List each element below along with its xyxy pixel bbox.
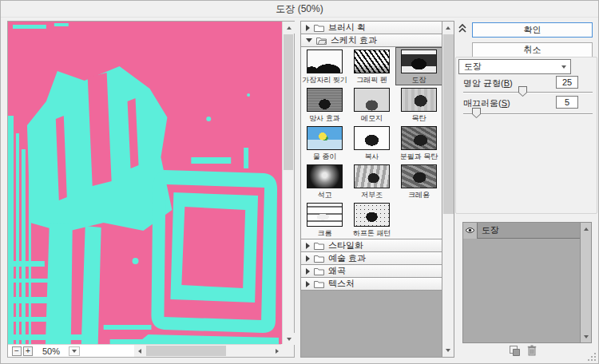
category-label: 스타일화 bbox=[328, 239, 363, 251]
category-distort[interactable]: 왜곡 bbox=[301, 265, 442, 278]
filter-item-note-paper[interactable]: 메모지 bbox=[348, 85, 395, 124]
delete-effect-layer-icon[interactable] bbox=[527, 345, 537, 356]
filter-thumbnail bbox=[354, 49, 390, 73]
zoom-level-value: 50% bbox=[35, 346, 67, 357]
horizontal-scroll-thumb[interactable] bbox=[146, 346, 226, 356]
effect-layer-row[interactable]: 도장 bbox=[463, 223, 580, 239]
filter-thumbnail bbox=[401, 164, 437, 188]
filter-item-bas-relief[interactable]: 저부조 bbox=[348, 162, 395, 200]
preview-vertical-scrollbar[interactable] bbox=[282, 22, 294, 345]
stamp-filter-image bbox=[8, 22, 282, 345]
filter-thumbnail bbox=[354, 126, 390, 150]
filter-thumbnail bbox=[307, 164, 343, 188]
category-texture[interactable]: 텍스처 bbox=[301, 278, 442, 291]
chevron-down-icon bbox=[561, 65, 566, 69]
category-label: 왜곡 bbox=[328, 265, 346, 277]
filter-select-value: 도장 bbox=[464, 61, 482, 71]
filter-item-plaster[interactable]: 석고 bbox=[301, 162, 348, 200]
filter-item-reticulation[interactable]: 망사 효과 bbox=[301, 85, 348, 124]
folder-icon bbox=[314, 24, 324, 32]
filter-thumbnail-grid: 가장자리 찢기 그래픽 펜 도장 망사 효과 메모지 목탄 물 종이 복사 분필… bbox=[301, 47, 442, 239]
gallery-scroll-thumb[interactable] bbox=[443, 34, 454, 214]
folder-icon bbox=[314, 280, 324, 288]
filter-thumbnail bbox=[307, 49, 343, 73]
preview-pane: − + 50% bbox=[7, 21, 295, 358]
effect-layer-name: 도장 bbox=[478, 224, 499, 236]
zoom-dropdown-button[interactable] bbox=[69, 346, 80, 356]
smoothness-label: 매끄러움(S) bbox=[463, 97, 510, 109]
filter-thumbnail bbox=[354, 88, 390, 112]
category-brush-strokes[interactable]: 브러시 획 bbox=[301, 22, 442, 34]
category-label: 브러시 획 bbox=[328, 22, 366, 34]
vertical-scroll-thumb[interactable] bbox=[284, 34, 293, 170]
empty-cell bbox=[395, 200, 442, 239]
filter-item-conte-crayon[interactable]: 크레용 bbox=[395, 162, 442, 200]
filter-thumbnail bbox=[401, 88, 437, 112]
resize-grip-icon[interactable] bbox=[587, 352, 596, 361]
filter-gallery-dialog: 도장 (50%) bbox=[0, 0, 599, 364]
scroll-up-icon[interactable] bbox=[283, 22, 295, 34]
light-dark-balance-slider[interactable] bbox=[463, 92, 593, 93]
scroll-down-icon[interactable] bbox=[581, 330, 591, 342]
scrollbar-corner bbox=[281, 344, 294, 357]
smoothness-input[interactable] bbox=[556, 96, 578, 109]
layer-actions bbox=[509, 345, 537, 356]
light-dark-balance-input[interactable] bbox=[556, 76, 578, 89]
filter-thumbnail bbox=[307, 126, 343, 150]
filter-thumbnail bbox=[401, 49, 437, 73]
cancel-button[interactable]: 취소 bbox=[472, 42, 593, 57]
filter-select[interactable]: 도장 bbox=[458, 59, 571, 74]
scroll-up-icon[interactable] bbox=[581, 223, 591, 235]
folder-icon bbox=[314, 255, 324, 263]
collapsed-arrow-icon bbox=[306, 255, 310, 262]
scroll-left-icon[interactable] bbox=[134, 345, 145, 357]
filter-thumbnail bbox=[307, 203, 343, 227]
filter-item-charcoal[interactable]: 목탄 bbox=[395, 85, 442, 124]
filter-item-halftone-pattern[interactable]: 하프톤 패턴 bbox=[348, 200, 395, 239]
folder-icon bbox=[314, 242, 324, 250]
preview-bottom-bar: − + 50% bbox=[8, 344, 294, 357]
dialog-title: 도장 (50%) bbox=[1, 1, 598, 18]
light-dark-balance-label: 명암 균형(B) bbox=[463, 77, 513, 89]
folder-icon bbox=[314, 267, 324, 275]
scroll-down-icon[interactable] bbox=[442, 344, 454, 356]
filter-item-water-paper[interactable]: 물 종이 bbox=[301, 124, 348, 162]
scroll-up-icon[interactable] bbox=[442, 22, 454, 34]
filter-thumbnail bbox=[307, 88, 343, 112]
gallery-scrollbar[interactable] bbox=[442, 22, 454, 357]
filter-item-torn-edges[interactable]: 가장자리 찢기 bbox=[301, 47, 348, 85]
eye-icon bbox=[465, 227, 475, 234]
filter-item-graphic-pen[interactable]: 그래픽 펜 bbox=[348, 47, 395, 85]
filter-thumbnail bbox=[401, 126, 437, 150]
expanded-arrow-icon bbox=[306, 38, 312, 42]
filter-gallery-list: 브러시 획 스케치 효과 가장자리 찢기 그래픽 펜 도장 망사 효과 메모지 … bbox=[300, 21, 454, 358]
collapsed-arrow-icon bbox=[306, 268, 310, 275]
ok-button[interactable]: 확인 bbox=[472, 22, 593, 38]
visibility-toggle[interactable] bbox=[463, 223, 478, 239]
filter-thumbnail bbox=[354, 203, 390, 227]
open-folder-icon bbox=[316, 37, 327, 45]
zoom-out-button[interactable]: − bbox=[12, 346, 22, 356]
filter-thumbnail bbox=[354, 164, 390, 188]
layer-list-scrollbar[interactable] bbox=[580, 223, 591, 342]
preview-canvas[interactable] bbox=[8, 22, 282, 345]
preview-horizontal-scrollbar[interactable] bbox=[134, 345, 283, 357]
filter-item-chrome[interactable]: 크롬 bbox=[301, 200, 348, 239]
filter-item-chalk-charcoal[interactable]: 분필과 목탄 bbox=[395, 124, 442, 162]
filter-item-photocopy[interactable]: 복사 bbox=[348, 124, 395, 162]
category-label: 텍스처 bbox=[328, 278, 355, 290]
category-label: 예술 효과 bbox=[328, 252, 366, 264]
new-effect-layer-icon[interactable] bbox=[509, 345, 521, 356]
smoothness-slider[interactable] bbox=[463, 113, 593, 115]
effect-layer-list: 도장 bbox=[462, 222, 592, 343]
filter-item-stamp-selected[interactable]: 도장 bbox=[395, 47, 442, 85]
category-label: 스케치 효과 bbox=[331, 34, 377, 46]
collapsed-arrow-icon bbox=[306, 281, 310, 287]
scroll-down-icon[interactable] bbox=[283, 333, 295, 345]
category-artistic[interactable]: 예술 효과 bbox=[301, 252, 442, 265]
category-sketch[interactable]: 스케치 효과 bbox=[301, 34, 442, 47]
collapse-thumbnails-icon[interactable] bbox=[458, 22, 469, 34]
zoom-in-button[interactable]: + bbox=[23, 346, 33, 356]
collapsed-arrow-icon bbox=[306, 25, 310, 31]
category-stylize[interactable]: 스타일화 bbox=[301, 239, 442, 252]
